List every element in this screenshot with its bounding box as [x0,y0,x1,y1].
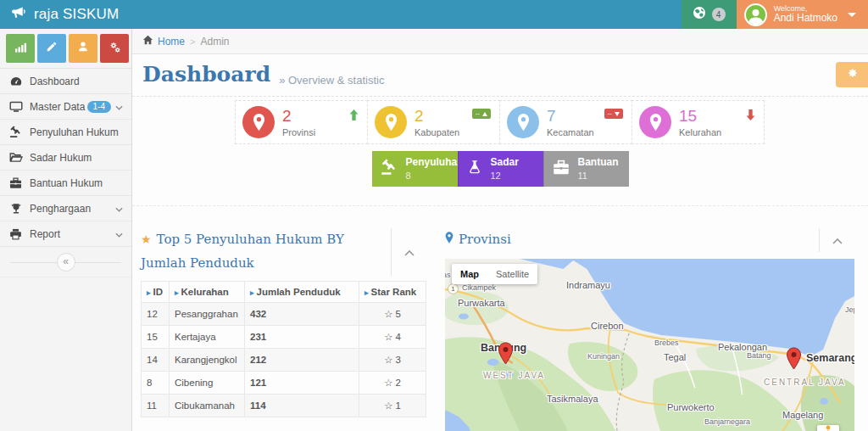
sidebar-item-label: Dashboard [30,76,80,87]
sidebar-item-bantuan-hukum[interactable]: Bantuan Hukum [0,171,131,196]
stat-value: 2 [282,108,315,124]
map-label: WEST JAVA [483,371,545,380]
chevron-down-icon [115,228,123,240]
action-label: Bantuan [578,156,619,170]
sidebar: Dashboard Master Data 1-4 Penyuluhan Huk… [0,29,132,431]
sidebar-item-dashboard[interactable]: Dashboard [0,69,131,94]
notification-count-badge[interactable]: 4 [712,8,726,21]
top5-table: ▸ID ▸Kelurahan ▸Jumlah Penduduk ▸Star Ra… [141,281,426,417]
edit-quick-button[interactable] [37,34,66,63]
arrow-up-icon [482,112,487,116]
table-row[interactable]: 14 Karangjengkol 212 ☆3 [142,348,426,371]
map-marker-west-java[interactable] [498,342,514,368]
star-outline-icon: ☆ [384,332,392,342]
app-brand[interactable]: raja SISKUM [0,6,119,23]
quick-actions-row: Penyuluhan 8 Sadar 12 Bantuan 11 [132,151,868,187]
map-marker-central-java[interactable] [786,347,802,373]
map-panel-title: Provinsi [445,228,819,252]
table-row[interactable]: 12 Pesanggrahan 432 ☆5 [142,302,426,325]
map-label: Tegal [664,352,686,362]
gauge-icon [8,76,23,87]
user-icon [77,41,89,56]
user-name: Andi Hatmoko [774,13,837,25]
map-label: Tasikmalaya [547,394,598,404]
column-header-jumlah-penduduk[interactable]: ▸Jumlah Penduduk [245,281,359,302]
map-pin-icon [639,106,671,138]
welcome-greeting: Welcome, [774,4,837,13]
sidebar-item-label: Master Data [30,101,85,113]
map-type-satellite-button[interactable]: Satellite [487,264,537,284]
table-row[interactable]: 8 Cibening 121 ☆2 [142,371,426,394]
sidebar-item-penyuluhan-hukum[interactable]: Penyuluhan Hukum [0,120,131,145]
stat-card-provinsi[interactable]: 2 Provinsi [235,100,368,144]
breadcrumb: Home > Admin [132,29,868,54]
star-outline-icon: ☆ [384,400,392,411]
sidebar-item-penghargaan[interactable]: Penghargaan [0,196,131,221]
google-map[interactable]: Map Satellite as 1 Cikampek Purwakarta I… [445,259,854,431]
sidebar-collapse-area: « [0,247,131,277]
map-label: Batang [747,351,771,360]
column-header-kelurahan[interactable]: ▸Kelurahan [170,281,245,302]
action-count: 11 [578,170,619,182]
stat-card-kecamatan[interactable]: 7 Kecamatan -- [499,100,632,144]
stat-label: Kecamatan [547,127,594,137]
gavel-icon [381,159,398,179]
sidebar-item-label: Penyuluhan Hukum [30,126,119,138]
page-subtitle: » Overview & statistic [279,74,384,87]
table-panel-collapse-button[interactable] [391,228,426,276]
bar-chart-icon [14,41,27,57]
language-notifications[interactable]: 4 [682,0,737,29]
stat-label: Kabupaten [415,127,459,137]
table-row[interactable]: 15 Kertajaya 231 ☆4 [142,325,426,348]
users-quick-button[interactable] [69,34,97,63]
trend-badge-down: -- [604,109,623,119]
stats-quick-button[interactable] [6,34,35,63]
road-number-badge: 1 [448,283,459,294]
map-label: Indramayu [566,280,610,290]
action-label: Penyuluhan [406,156,464,170]
page-settings-button[interactable] [836,62,868,87]
trophy-icon [8,203,23,215]
map-type-control: Map Satellite [452,264,537,284]
map-pin-icon [242,106,275,138]
map-label: as [445,271,451,279]
sidebar-item-label: Report [30,228,60,240]
page-title: Dashboard [142,63,270,87]
user-menu[interactable]: Welcome, Andi Hatmoko [737,0,868,29]
star-outline-icon: ☆ [384,378,392,388]
table-row[interactable]: 11 Cibukamanah 114 ☆1 [142,394,426,417]
sidebar-item-sadar-hukum[interactable]: Sadar Hukum [0,145,131,171]
star-icon: ★ [141,232,152,246]
stat-card-kelurahan[interactable]: 15 Kelurahan [632,100,765,144]
table-panel-title: ★Top 5 Penyuluhan Hukum BY Jumlah Pendud… [141,228,391,276]
bantuan-button[interactable]: Bantuan 11 [543,151,629,187]
sidebar-collapse-button[interactable]: « [57,253,75,271]
megaphone-icon [12,6,26,23]
cogs-icon [108,41,121,57]
arrow-down-icon [615,112,620,116]
chevron-up-icon [832,232,843,248]
map-label: Purwokerto [667,402,715,412]
chevron-down-icon [115,203,123,215]
globe-icon [693,6,706,23]
map-pin-icon [507,106,539,138]
column-header-id[interactable]: ▸ID [142,281,170,302]
stat-label: Provinsi [282,127,315,137]
map-label: Kuningan [587,352,620,361]
top-header: raja SISKUM 4 Welcome, Andi Hatmoko [0,0,868,29]
caret-down-icon [848,13,856,17]
sadar-button[interactable]: Sadar 12 [458,151,543,187]
stat-card-kabupaten[interactable]: 2 Kabupaten -- [367,100,500,144]
street-view-pegman-button[interactable] [817,425,839,431]
map-pin-icon [375,106,407,138]
settings-quick-button[interactable] [100,34,129,63]
map-panel-collapse-button[interactable] [819,228,854,252]
breadcrumb-home[interactable]: Home [142,35,185,48]
map-type-map-button[interactable]: Map [452,264,487,284]
column-header-star-rank[interactable]: ▸Star Rank [359,281,426,302]
sidebar-item-master-data[interactable]: Master Data 1-4 [0,94,131,120]
sidebar-item-report[interactable]: Report [0,221,131,247]
stat-value: 2 [415,108,459,124]
stats-row: 2 Provinsi 2 Kabupaten -- 7 [132,100,868,144]
penyuluhan-button[interactable]: Penyuluhan 8 [372,151,458,187]
